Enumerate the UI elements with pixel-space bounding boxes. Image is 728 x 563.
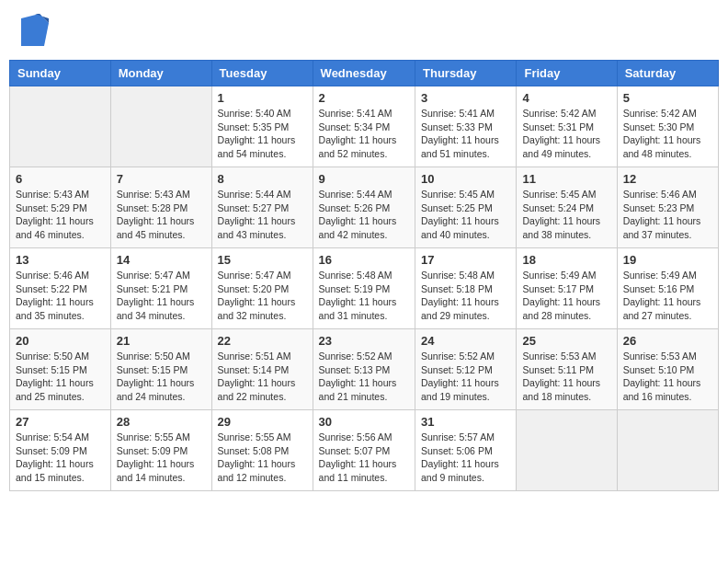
logo xyxy=(18,14,49,46)
calendar-cell: 25Sunrise: 5:53 AM Sunset: 5:11 PM Dayli… xyxy=(517,329,617,410)
day-info: Sunrise: 5:41 AM Sunset: 5:33 PM Dayligh… xyxy=(421,107,510,161)
day-number: 14 xyxy=(117,253,206,267)
calendar-cell: 20Sunrise: 5:50 AM Sunset: 5:15 PM Dayli… xyxy=(10,329,111,410)
day-info: Sunrise: 5:54 AM Sunset: 5:09 PM Dayligh… xyxy=(16,431,105,485)
week-row-1: 1Sunrise: 5:40 AM Sunset: 5:35 PM Daylig… xyxy=(10,86,719,167)
day-info: Sunrise: 5:49 AM Sunset: 5:17 PM Dayligh… xyxy=(522,269,610,323)
day-info: Sunrise: 5:41 AM Sunset: 5:34 PM Dayligh… xyxy=(319,107,409,161)
day-number: 4 xyxy=(522,91,610,105)
day-number: 28 xyxy=(117,415,206,429)
day-info: Sunrise: 5:50 AM Sunset: 5:15 PM Dayligh… xyxy=(117,350,206,404)
day-number: 3 xyxy=(421,91,510,105)
calendar-cell: 2Sunrise: 5:41 AM Sunset: 5:34 PM Daylig… xyxy=(313,86,415,167)
day-info: Sunrise: 5:45 AM Sunset: 5:25 PM Dayligh… xyxy=(421,188,510,242)
day-header-wednesday: Wednesday xyxy=(313,61,415,86)
day-number: 30 xyxy=(319,415,409,429)
day-number: 23 xyxy=(319,334,409,348)
calendar-cell xyxy=(110,86,211,167)
day-number: 22 xyxy=(218,334,307,348)
day-info: Sunrise: 5:46 AM Sunset: 5:22 PM Dayligh… xyxy=(16,269,105,323)
day-header-saturday: Saturday xyxy=(617,61,718,86)
logo-icon xyxy=(21,14,49,46)
day-info: Sunrise: 5:55 AM Sunset: 5:08 PM Dayligh… xyxy=(218,431,307,485)
day-number: 29 xyxy=(218,415,307,429)
day-info: Sunrise: 5:46 AM Sunset: 5:23 PM Dayligh… xyxy=(623,188,712,242)
calendar-cell: 30Sunrise: 5:56 AM Sunset: 5:07 PM Dayli… xyxy=(313,410,415,491)
day-number: 1 xyxy=(218,91,307,105)
calendar-cell: 9Sunrise: 5:44 AM Sunset: 5:26 PM Daylig… xyxy=(313,167,415,248)
calendar-cell: 5Sunrise: 5:42 AM Sunset: 5:30 PM Daylig… xyxy=(617,86,718,167)
week-row-4: 20Sunrise: 5:50 AM Sunset: 5:15 PM Dayli… xyxy=(10,329,719,410)
day-info: Sunrise: 5:43 AM Sunset: 5:28 PM Dayligh… xyxy=(117,188,206,242)
day-info: Sunrise: 5:53 AM Sunset: 5:11 PM Dayligh… xyxy=(522,350,610,404)
week-row-2: 6Sunrise: 5:43 AM Sunset: 5:29 PM Daylig… xyxy=(10,167,719,248)
calendar-cell: 18Sunrise: 5:49 AM Sunset: 5:17 PM Dayli… xyxy=(517,248,617,329)
day-number: 9 xyxy=(319,172,409,186)
page-header xyxy=(9,9,719,51)
day-info: Sunrise: 5:49 AM Sunset: 5:16 PM Dayligh… xyxy=(623,269,712,323)
day-number: 24 xyxy=(421,334,510,348)
day-info: Sunrise: 5:47 AM Sunset: 5:21 PM Dayligh… xyxy=(117,269,206,323)
calendar-cell: 31Sunrise: 5:57 AM Sunset: 5:06 PM Dayli… xyxy=(415,410,517,491)
day-header-friday: Friday xyxy=(517,61,617,86)
calendar-cell xyxy=(617,410,718,491)
calendar-cell: 14Sunrise: 5:47 AM Sunset: 5:21 PM Dayli… xyxy=(110,248,211,329)
day-info: Sunrise: 5:44 AM Sunset: 5:26 PM Dayligh… xyxy=(319,188,409,242)
calendar-cell: 29Sunrise: 5:55 AM Sunset: 5:08 PM Dayli… xyxy=(211,410,313,491)
day-info: Sunrise: 5:47 AM Sunset: 5:20 PM Dayligh… xyxy=(218,269,307,323)
calendar-cell: 16Sunrise: 5:48 AM Sunset: 5:19 PM Dayli… xyxy=(313,248,415,329)
day-number: 12 xyxy=(623,172,712,186)
day-info: Sunrise: 5:52 AM Sunset: 5:12 PM Dayligh… xyxy=(421,350,510,404)
day-info: Sunrise: 5:44 AM Sunset: 5:27 PM Dayligh… xyxy=(218,188,307,242)
calendar-cell: 10Sunrise: 5:45 AM Sunset: 5:25 PM Dayli… xyxy=(415,167,517,248)
calendar-cell: 13Sunrise: 5:46 AM Sunset: 5:22 PM Dayli… xyxy=(10,248,111,329)
day-number: 15 xyxy=(218,253,307,267)
calendar-cell: 21Sunrise: 5:50 AM Sunset: 5:15 PM Dayli… xyxy=(110,329,211,410)
day-number: 10 xyxy=(421,172,510,186)
calendar-cell: 26Sunrise: 5:53 AM Sunset: 5:10 PM Dayli… xyxy=(617,329,718,410)
calendar-cell: 1Sunrise: 5:40 AM Sunset: 5:35 PM Daylig… xyxy=(211,86,313,167)
week-row-3: 13Sunrise: 5:46 AM Sunset: 5:22 PM Dayli… xyxy=(10,248,719,329)
calendar-table: SundayMondayTuesdayWednesdayThursdayFrid… xyxy=(9,60,719,491)
day-number: 8 xyxy=(218,172,307,186)
calendar-cell: 3Sunrise: 5:41 AM Sunset: 5:33 PM Daylig… xyxy=(415,86,517,167)
day-info: Sunrise: 5:43 AM Sunset: 5:29 PM Dayligh… xyxy=(16,188,105,242)
day-number: 25 xyxy=(522,334,610,348)
day-info: Sunrise: 5:42 AM Sunset: 5:30 PM Dayligh… xyxy=(623,107,712,161)
calendar-cell: 8Sunrise: 5:44 AM Sunset: 5:27 PM Daylig… xyxy=(211,167,313,248)
calendar-cell: 15Sunrise: 5:47 AM Sunset: 5:20 PM Dayli… xyxy=(211,248,313,329)
day-header-tuesday: Tuesday xyxy=(211,61,313,86)
day-number: 21 xyxy=(117,334,206,348)
day-info: Sunrise: 5:45 AM Sunset: 5:24 PM Dayligh… xyxy=(522,188,610,242)
calendar-cell: 4Sunrise: 5:42 AM Sunset: 5:31 PM Daylig… xyxy=(517,86,617,167)
day-number: 31 xyxy=(421,415,510,429)
day-number: 27 xyxy=(16,415,105,429)
day-info: Sunrise: 5:40 AM Sunset: 5:35 PM Dayligh… xyxy=(218,107,307,161)
calendar-cell: 12Sunrise: 5:46 AM Sunset: 5:23 PM Dayli… xyxy=(617,167,718,248)
day-number: 6 xyxy=(16,172,105,186)
day-info: Sunrise: 5:42 AM Sunset: 5:31 PM Dayligh… xyxy=(522,107,610,161)
day-number: 17 xyxy=(421,253,510,267)
calendar-cell: 17Sunrise: 5:48 AM Sunset: 5:18 PM Dayli… xyxy=(415,248,517,329)
day-info: Sunrise: 5:55 AM Sunset: 5:09 PM Dayligh… xyxy=(117,431,206,485)
day-info: Sunrise: 5:57 AM Sunset: 5:06 PM Dayligh… xyxy=(421,431,510,485)
calendar-cell xyxy=(517,410,617,491)
day-number: 5 xyxy=(623,91,712,105)
calendar-cell: 7Sunrise: 5:43 AM Sunset: 5:28 PM Daylig… xyxy=(110,167,211,248)
day-info: Sunrise: 5:48 AM Sunset: 5:19 PM Dayligh… xyxy=(319,269,409,323)
calendar-cell: 19Sunrise: 5:49 AM Sunset: 5:16 PM Dayli… xyxy=(617,248,718,329)
day-info: Sunrise: 5:56 AM Sunset: 5:07 PM Dayligh… xyxy=(319,431,409,485)
day-number: 2 xyxy=(319,91,409,105)
calendar-cell: 6Sunrise: 5:43 AM Sunset: 5:29 PM Daylig… xyxy=(10,167,111,248)
calendar-cell: 24Sunrise: 5:52 AM Sunset: 5:12 PM Dayli… xyxy=(415,329,517,410)
week-row-5: 27Sunrise: 5:54 AM Sunset: 5:09 PM Dayli… xyxy=(10,410,719,491)
day-number: 20 xyxy=(16,334,105,348)
day-header-monday: Monday xyxy=(110,61,211,86)
day-info: Sunrise: 5:51 AM Sunset: 5:14 PM Dayligh… xyxy=(218,350,307,404)
day-info: Sunrise: 5:48 AM Sunset: 5:18 PM Dayligh… xyxy=(421,269,510,323)
day-info: Sunrise: 5:52 AM Sunset: 5:13 PM Dayligh… xyxy=(319,350,409,404)
day-info: Sunrise: 5:53 AM Sunset: 5:10 PM Dayligh… xyxy=(623,350,712,404)
day-header-thursday: Thursday xyxy=(415,61,517,86)
day-number: 19 xyxy=(623,253,712,267)
day-number: 11 xyxy=(522,172,610,186)
